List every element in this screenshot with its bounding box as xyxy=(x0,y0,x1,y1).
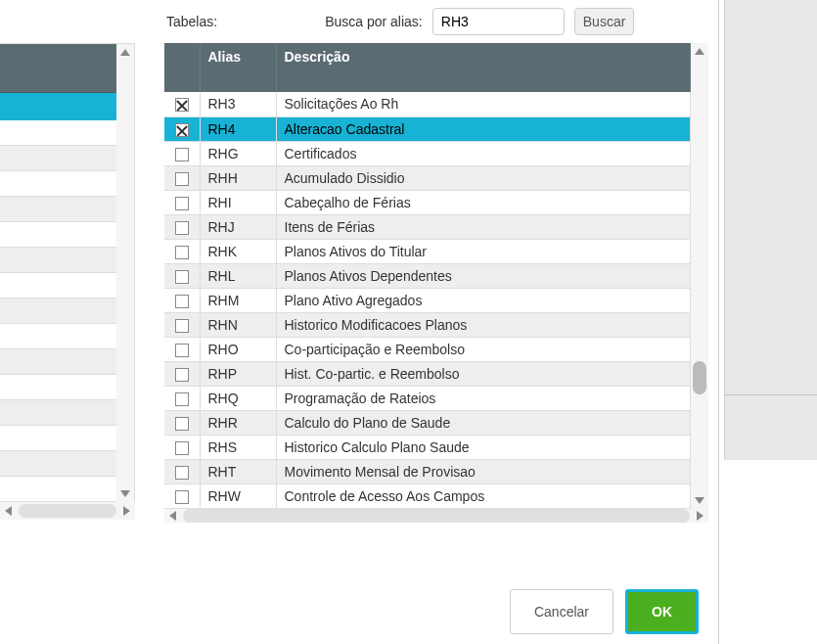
cell-alias: RHT xyxy=(200,459,276,483)
scroll-thumb[interactable] xyxy=(693,361,706,394)
table-row[interactable]: RHGCertificados xyxy=(164,141,691,165)
left-table-strip xyxy=(0,43,135,502)
table-row[interactable]: RHRCalculo do Plano de Saude xyxy=(164,410,691,435)
cell-descricao: Acumulado Dissidio xyxy=(276,165,691,190)
checkbox-icon[interactable] xyxy=(175,490,189,504)
cell-checkbox[interactable] xyxy=(164,263,200,288)
checkbox-icon[interactable] xyxy=(175,221,189,235)
left-table-row[interactable] xyxy=(0,197,116,222)
cell-descricao: Calculo do Plano de Saude xyxy=(276,410,691,435)
cell-checkbox[interactable] xyxy=(164,214,200,239)
cell-checkbox[interactable] xyxy=(164,435,200,459)
table-row[interactable]: RHPHist. Co-partic. e Reembolso xyxy=(164,361,691,386)
left-table-row[interactable] xyxy=(0,171,116,197)
table-row[interactable]: RHICabeçalho de Férias xyxy=(164,190,691,214)
checkbox-icon[interactable] xyxy=(175,172,189,186)
checkbox-icon[interactable] xyxy=(175,344,189,357)
checkbox-icon[interactable] xyxy=(175,98,189,112)
scroll-track[interactable] xyxy=(183,509,690,523)
table-row[interactable]: RHHAcumulado Dissidio xyxy=(164,165,691,190)
header-alias[interactable]: Alias xyxy=(200,43,276,92)
scroll-left-icon[interactable] xyxy=(169,511,176,521)
table-row[interactable]: RHWControle de Acesso Aos Campos xyxy=(164,483,691,508)
left-table-row[interactable] xyxy=(0,299,116,324)
cell-checkbox[interactable] xyxy=(164,337,200,361)
main-vertical-scrollbar[interactable] xyxy=(691,43,708,509)
cell-descricao: Cabeçalho de Férias xyxy=(276,190,691,214)
checkbox-icon[interactable] xyxy=(175,246,189,259)
left-table-row[interactable] xyxy=(0,273,116,299)
checkbox-icon[interactable] xyxy=(175,197,189,210)
cell-alias: RHL xyxy=(200,263,276,288)
cell-checkbox[interactable] xyxy=(164,410,200,435)
scroll-left-icon[interactable] xyxy=(5,506,12,516)
search-button[interactable]: Buscar xyxy=(574,8,635,35)
cell-descricao: Alteracao Cadastral xyxy=(276,116,691,141)
left-table-row[interactable] xyxy=(0,375,116,400)
header-descricao[interactable]: Descrição xyxy=(276,43,691,92)
left-table-row[interactable] xyxy=(0,146,116,171)
left-table-row[interactable] xyxy=(0,477,116,502)
main-horizontal-scrollbar[interactable] xyxy=(164,509,708,523)
scroll-down-icon[interactable] xyxy=(120,490,130,497)
table-row[interactable]: RHMPlano Ativo Agregados xyxy=(164,288,691,312)
cancel-button[interactable]: Cancelar xyxy=(510,589,613,634)
table-row[interactable]: RHNHistorico Modificacoes Planos xyxy=(164,312,691,337)
table-row[interactable]: RHTMovimento Mensal de Provisao xyxy=(164,459,691,483)
left-table-row[interactable] xyxy=(0,400,116,426)
table-row[interactable]: RHJItens de Férias xyxy=(164,214,691,239)
cell-checkbox[interactable] xyxy=(164,483,200,508)
scroll-right-icon[interactable] xyxy=(697,511,704,521)
cell-checkbox[interactable] xyxy=(164,459,200,483)
table-row[interactable]: RHLPlanos Ativos Dependentes xyxy=(164,263,691,288)
checkbox-icon[interactable] xyxy=(175,466,189,480)
left-table-selected-row[interactable] xyxy=(0,93,116,120)
table-row[interactable]: RH3Solicitações Ao Rh xyxy=(164,92,691,116)
left-table-row[interactable] xyxy=(0,248,116,273)
checkbox-icon[interactable] xyxy=(175,441,189,455)
checkbox-icon[interactable] xyxy=(175,319,189,333)
checkbox-icon[interactable] xyxy=(175,392,189,406)
scroll-up-icon[interactable] xyxy=(120,49,130,56)
cell-checkbox[interactable] xyxy=(164,116,200,141)
cell-checkbox[interactable] xyxy=(164,239,200,263)
left-table-row[interactable] xyxy=(0,349,116,375)
table-row[interactable]: RH4Alteracao Cadastral xyxy=(164,116,691,141)
cell-checkbox[interactable] xyxy=(164,141,200,165)
scroll-up-icon[interactable] xyxy=(695,48,704,55)
scroll-track[interactable] xyxy=(19,504,116,518)
cell-checkbox[interactable] xyxy=(164,165,200,190)
ok-button[interactable]: OK xyxy=(625,589,699,634)
left-horizontal-scrollbar[interactable] xyxy=(0,502,135,520)
checkbox-icon[interactable] xyxy=(175,295,189,308)
search-input[interactable] xyxy=(432,8,565,35)
left-table-row[interactable] xyxy=(0,451,116,477)
cell-checkbox[interactable] xyxy=(164,386,200,410)
checkbox-icon[interactable] xyxy=(175,270,189,284)
left-table-row[interactable] xyxy=(0,426,116,451)
table-row[interactable]: RHKPlanos Ativos do Titular xyxy=(164,239,691,263)
dialog-panel: Tabelas: Busca por alias: Buscar xyxy=(0,0,719,644)
backdrop-panel xyxy=(724,0,817,460)
scroll-right-icon[interactable] xyxy=(123,506,130,516)
checkbox-icon[interactable] xyxy=(175,368,189,382)
left-vertical-scrollbar[interactable] xyxy=(116,44,134,502)
left-table-row[interactable] xyxy=(0,222,116,248)
checkbox-icon[interactable] xyxy=(175,417,189,431)
checkbox-icon[interactable] xyxy=(175,123,189,137)
left-table-row[interactable] xyxy=(0,120,116,146)
cell-checkbox[interactable] xyxy=(164,92,200,116)
busca-alias-label: Busca por alias: xyxy=(325,14,423,29)
scroll-down-icon[interactable] xyxy=(695,497,704,504)
cell-checkbox[interactable] xyxy=(164,361,200,386)
table-row[interactable]: RHSHistorico Calculo Plano Saude xyxy=(164,435,691,459)
cell-checkbox[interactable] xyxy=(164,288,200,312)
table-row[interactable]: RHQProgramação de Rateios xyxy=(164,386,691,410)
cell-checkbox[interactable] xyxy=(164,190,200,214)
left-table-row[interactable] xyxy=(0,324,116,349)
table-row[interactable]: RHOCo-participação e Reembolso xyxy=(164,337,691,361)
checkbox-icon[interactable] xyxy=(175,148,189,161)
header-checkbox[interactable] xyxy=(164,43,200,92)
main-table-area: Alias Descrição RH3Solicitações Ao RhRH4… xyxy=(164,43,708,509)
cell-checkbox[interactable] xyxy=(164,312,200,337)
